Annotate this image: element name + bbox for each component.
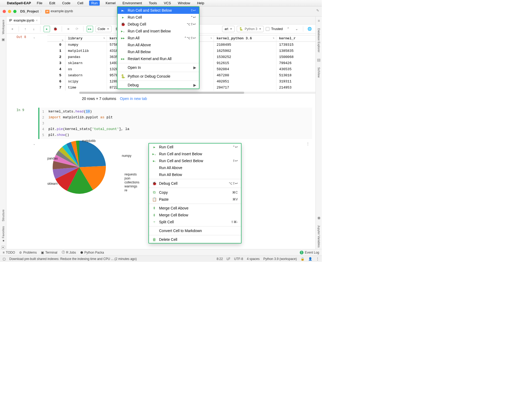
database-icon[interactable]: ≡ bbox=[318, 19, 320, 23]
sidebar-sciview[interactable]: SciView bbox=[317, 66, 321, 79]
menu-item[interactable]: ▸ᵢRun Cell and Select Below⇧↩ bbox=[149, 157, 241, 164]
run-cell-button[interactable]: ▸ bbox=[44, 26, 50, 32]
folder-icon[interactable]: ▣ bbox=[2, 37, 5, 41]
menu-item[interactable]: ▸ᵢRun Cell and Select Below⇧↩ bbox=[118, 7, 199, 14]
menu-item[interactable]: ▸₊Run Cell and Insert Below bbox=[149, 150, 241, 157]
input-cell-9[interactable]: In 9 12345 kernel_stats.head(10) import … bbox=[6, 108, 315, 139]
menu-item[interactable]: ▸₊Run Cell and Insert Below bbox=[118, 28, 199, 35]
stop-button[interactable]: ■ bbox=[65, 26, 72, 32]
edit-title-icon[interactable]: ✎ bbox=[316, 9, 319, 12]
menu-item[interactable]: ⇟Merge Cell Below bbox=[149, 212, 241, 219]
close-window-button[interactable] bbox=[3, 10, 6, 13]
table-scrollbar[interactable] bbox=[79, 92, 315, 94]
sidebar-favorites[interactable]: ★ Favorites bbox=[1, 225, 5, 244]
expand-down-button[interactable]: ⌄ bbox=[293, 26, 300, 32]
tool-terminal[interactable]: ▣ Terminal bbox=[41, 251, 57, 254]
menu-item[interactable]: ⧉Copy⌘C bbox=[149, 189, 241, 196]
menu-item[interactable]: 🐞Debug Cell⌥⇧↩ bbox=[118, 21, 199, 28]
col-index[interactable] bbox=[47, 35, 65, 42]
menu-window[interactable]: Window bbox=[177, 1, 191, 6]
menu-item[interactable]: Convert Cell to Markdown bbox=[149, 227, 241, 234]
menu-item[interactable]: Run All Below bbox=[118, 48, 199, 55]
move-up-button[interactable]: ↑ bbox=[22, 26, 28, 32]
sidebar-database-explorer[interactable]: Database Explorer bbox=[317, 27, 321, 54]
add-view-button[interactable]: + bbox=[1, 246, 5, 249]
status-line-ending[interactable]: LF bbox=[227, 257, 230, 261]
menu-item[interactable]: Run All Above bbox=[149, 164, 241, 171]
tool-todo[interactable]: ≡ TODO bbox=[3, 251, 15, 254]
minimize-window-button[interactable] bbox=[8, 10, 11, 13]
menu-item[interactable]: Run All Below bbox=[149, 171, 241, 178]
status-encoding[interactable]: UTF-8 bbox=[234, 257, 243, 261]
menu-item[interactable]: 🗑Delete Cell bbox=[149, 236, 241, 243]
status-reader-icon[interactable]: 👤 bbox=[308, 257, 312, 261]
menu-item[interactable]: Open In▶ bbox=[118, 64, 199, 71]
sciview-icon[interactable]: ▤ bbox=[317, 58, 321, 62]
menu-item[interactable]: ⇞Merge Cell Above bbox=[149, 205, 241, 212]
tool-problems[interactable]: ⊘ Problems bbox=[19, 251, 37, 254]
expand-up-button[interactable]: ⌃ bbox=[285, 26, 291, 32]
restart-select[interactable]: art▼ bbox=[222, 26, 235, 32]
status-indent[interactable]: 4 spaces bbox=[247, 257, 260, 261]
code-editor[interactable]: kernel_stats.head(10) import matplotlib.… bbox=[46, 109, 129, 138]
status-lock-icon[interactable]: 🔒 bbox=[301, 257, 305, 261]
app-name[interactable]: DataSpell-EAP bbox=[7, 1, 31, 5]
add-cell-button[interactable]: ＋ bbox=[9, 26, 15, 32]
tool-eventlog[interactable]: 1 Event Log bbox=[300, 251, 319, 254]
menu-edit[interactable]: Edit bbox=[48, 1, 56, 6]
run-all-button[interactable]: ▸▸ bbox=[87, 26, 93, 32]
open-in-new-tab-link[interactable]: Open in new tab bbox=[120, 96, 147, 101]
menu-item[interactable]: ÷Split Cell⇧⌘- bbox=[149, 219, 241, 225]
menu-environment[interactable]: Environment bbox=[122, 1, 143, 6]
python-select[interactable]: 🐍 Python 3▼ bbox=[237, 26, 264, 32]
sidebar-structure[interactable]: Structure bbox=[2, 208, 5, 223]
breadcrumb-file[interactable]: IPexample.ipynb bbox=[45, 9, 73, 14]
col-py36[interactable]: kernel_python 3.6 bbox=[214, 35, 276, 42]
status-position[interactable]: 8:22 bbox=[217, 257, 223, 261]
tab-example[interactable]: IP example.ipynb × bbox=[6, 16, 41, 24]
menu-item[interactable]: 🐞Debug Cell⌥⇧↩ bbox=[149, 180, 241, 187]
cell-context-menu[interactable]: ▸Run Cell⌃↩▸₊Run Cell and Insert Below▸ᵢ… bbox=[148, 143, 242, 243]
menu-item[interactable]: ▸▸Restart Kernel and Run All bbox=[118, 55, 199, 62]
tool-python-packages[interactable]: ⬢ Python Packa bbox=[80, 251, 104, 254]
menu-cell[interactable]: Cell bbox=[76, 1, 84, 6]
menu-kernel[interactable]: Kernel bbox=[105, 1, 117, 6]
menu-file[interactable]: File bbox=[36, 1, 43, 6]
restart-button[interactable]: ⟳ bbox=[74, 26, 80, 32]
menu-item[interactable]: ▸▸Run All⌃⌥⇧↩ bbox=[118, 35, 199, 41]
breadcrumb-project[interactable]: DS_Project bbox=[20, 9, 39, 13]
menu-help[interactable]: Help bbox=[196, 1, 205, 6]
menu-code[interactable]: Code bbox=[61, 1, 72, 6]
debug-cell-button[interactable]: 🐞 bbox=[52, 26, 59, 32]
tool-rjobs[interactable]: ⓡ R Jobs bbox=[62, 250, 76, 255]
sidebar-jupyter-variables[interactable]: Jupyter Variables bbox=[317, 224, 321, 249]
menu-item[interactable]: 🐍Python or Debug Console bbox=[118, 73, 199, 80]
breadcrumb[interactable]: DS_Project 〉 IPexample.ipynb bbox=[20, 9, 73, 14]
menu-item[interactable]: Run All Above bbox=[118, 41, 199, 48]
cell-more-icon[interactable]: ⋮ bbox=[306, 142, 310, 146]
output-collapse-icon[interactable]: ⌄ bbox=[33, 36, 35, 39]
status-icon[interactable]: ▢ bbox=[3, 257, 6, 261]
output-collapse-icon[interactable]: ⌄ bbox=[33, 142, 35, 146]
menu-run[interactable]: Run bbox=[89, 1, 100, 6]
menu-vcs[interactable]: VCS bbox=[163, 1, 172, 6]
status-interpreter[interactable]: Python 3.9 (workspace) bbox=[263, 257, 297, 261]
status-more-icon[interactable]: ⋮ bbox=[316, 257, 319, 261]
browser-icon[interactable]: 🌐 bbox=[306, 26, 313, 32]
cell-type-select[interactable]: Code▼ bbox=[95, 26, 112, 32]
tab-close-icon[interactable]: × bbox=[36, 19, 38, 22]
sidebar-workspace[interactable]: Workspace bbox=[2, 18, 5, 36]
menu-tools[interactable]: Tools bbox=[148, 1, 158, 6]
menu-item[interactable]: 📋Paste⌘V bbox=[149, 196, 241, 203]
col-library[interactable]: library bbox=[65, 35, 107, 42]
menu-item[interactable]: ▸Run Cell⌃↩ bbox=[118, 14, 199, 21]
run-menu-dropdown[interactable]: ▸ᵢRun Cell and Select Below⇧↩▸Run Cell⌃↩… bbox=[117, 6, 199, 89]
status-message[interactable]: Download pre-built shared indexes: Reduc… bbox=[9, 257, 137, 261]
move-down-button[interactable]: ↓ bbox=[31, 26, 37, 32]
zoom-window-button[interactable] bbox=[13, 10, 16, 13]
menu-item[interactable]: Debug▶ bbox=[118, 82, 199, 89]
menu-item[interactable]: ▸Run Cell⌃↩ bbox=[149, 144, 241, 150]
trusted-checkbox[interactable]: Trusted bbox=[266, 27, 283, 31]
jupyter-icon[interactable]: ◉ bbox=[317, 216, 321, 220]
col-kernelr[interactable]: kernel_r bbox=[276, 35, 315, 42]
